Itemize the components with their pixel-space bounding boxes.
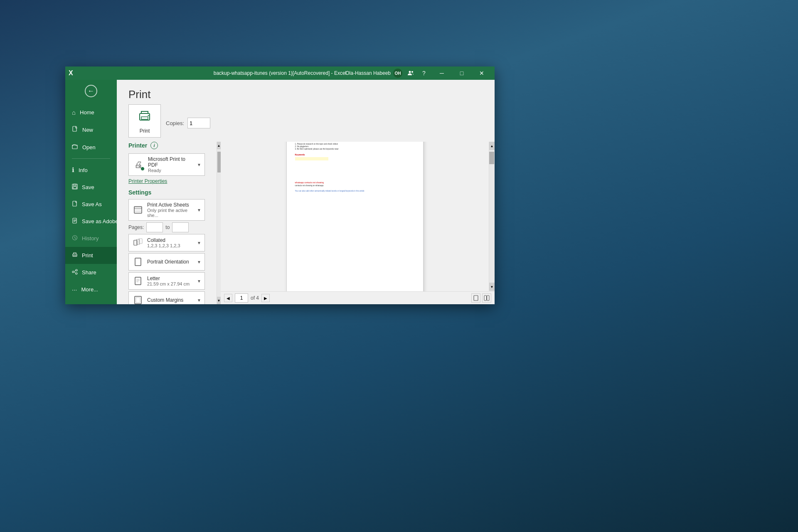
username-label: Ola-Hassan Habeeb [345,70,391,76]
paper-icon [132,275,144,287]
preview-scroll-thumb[interactable] [489,152,494,164]
save-icon [72,184,78,191]
more-icon: ··· [72,286,77,293]
scroll-track [217,149,221,297]
svg-point-17 [148,115,149,116]
paper-label: Letter [147,276,194,281]
scroll-down-btn[interactable]: ▼ [217,297,221,304]
collated-sub: 1,2,3 1,2,3 1,2,3 [147,243,194,248]
pages-label: Pages: [128,224,144,230]
sidebar-item-save-label: Save [82,184,94,190]
scroll-thumb[interactable] [217,152,221,172]
next-page-button[interactable]: ▶ [261,294,270,302]
printer-status: Ready [148,168,194,173]
pages-to-input[interactable] [172,222,189,232]
prev-page-button[interactable]: ◀ [224,294,232,302]
sidebar-item-new[interactable]: New [65,121,117,138]
single-page-view-button[interactable] [471,293,480,303]
page-preview: Requirements: 1. Please do research on t… [286,142,424,291]
pages-from-input[interactable] [146,222,163,232]
user-info: Ola-Hassan Habeeb OH [345,69,402,78]
orientation-setting[interactable]: Portrait Orientation ▼ [128,253,205,271]
sidebar-item-more-label: More... [81,286,98,293]
preview-scroll-down[interactable]: ▼ [489,283,495,291]
maximize-button[interactable]: □ [452,66,471,80]
collated-arrow: ▼ [197,241,201,245]
orientation-arrow: ▼ [197,260,201,264]
svg-rect-28 [487,296,490,300]
print-mode-icon [132,204,144,216]
paper-setting[interactable]: Letter 21.59 cm x 27.94 cm ▼ [128,272,205,290]
sidebar-item-new-label: New [82,127,93,133]
people-icon[interactable] [406,68,416,78]
info-icon: ℹ [72,166,74,174]
excel-window: X backup-whatsapp-itunes (version 1)[Aut… [65,66,495,304]
copies-input[interactable] [187,118,210,128]
window-title: backup-whatsapp-itunes (version 1)[AutoR… [214,70,347,76]
sidebar-item-open-label: Open [82,144,96,150]
scroll-up-btn[interactable]: ▲ [217,142,221,149]
paper-sub: 21.59 cm x 27.94 cm [147,281,194,286]
close-button[interactable]: ✕ [472,66,491,80]
margins-icon [132,294,144,304]
svg-rect-23 [135,277,141,285]
print-mode-arrow: ▼ [197,208,201,212]
sidebar-item-home[interactable]: ⌂ Home [65,104,117,121]
print-btn-label: Print [140,128,150,134]
sidebar-item-history[interactable]: History [65,230,117,247]
svg-rect-2 [73,126,76,131]
paper-arrow: ▼ [197,279,201,283]
sidebar-item-save[interactable]: Save [65,179,117,196]
sidebar-item-print[interactable]: Print [65,247,117,264]
copies-label: Copies: [166,120,184,126]
svg-point-12 [76,269,77,271]
print-mode-label: Print Active Sheets [147,202,194,208]
sidebar-item-open[interactable]: Open [65,138,117,156]
printer-info-icon[interactable]: i [150,142,158,149]
preview-container: Requirements: 1. Please do research on t… [280,142,436,291]
titlebar-right: Ola-Hassan Habeeb OH ? ─ □ ✕ [345,66,491,80]
svg-rect-27 [484,296,487,300]
print-mode-setting[interactable]: Print Active Sheets Only print the activ… [128,199,205,221]
printer-properties-link[interactable]: Printer Properties [128,178,205,184]
printer-icon-wrap: 🖨 [132,158,145,171]
svg-rect-26 [474,296,478,300]
page-number-input[interactable] [235,293,248,303]
sidebar-item-share[interactable]: Share [65,264,117,281]
sidebar-item-saveas[interactable]: Save As [65,196,117,213]
preview-scroll-track [489,150,495,283]
collated-text: Collated 1,2,3 1,2,3 1,2,3 [147,237,194,248]
excel-icon: X [69,69,73,77]
print-header: Print Print Copies: [117,80,495,142]
print-title: Print [128,88,210,101]
printer-info: Microsoft Print to PDF Ready [148,156,194,173]
page-nav: ◀ of 4 ▶ [224,293,270,303]
printer-dropdown-arrow: ▼ [197,163,201,167]
back-button[interactable]: ← [65,80,117,102]
sidebar-item-adobe[interactable]: Save as Adobe PDF [65,213,117,230]
saveas-icon [72,201,78,208]
margins-setting[interactable]: Custom Margins ▼ [128,291,205,304]
settings-scrollbar[interactable]: ▲ ▼ [217,142,221,304]
paper-text: Letter 21.59 cm x 27.94 cm [147,276,194,286]
pages-range-row: Pages: to [128,222,205,232]
new-icon [72,126,78,133]
print-execute-button[interactable]: Print [128,104,161,138]
main-content: ← ⌂ Home New Open [65,80,495,304]
help-button[interactable]: ? [419,68,429,78]
preview-vscrollbar[interactable]: ▲ ▼ [489,142,495,291]
svg-point-1 [411,71,413,73]
sidebar-item-saveas-label: Save As [82,201,102,207]
print-icon [72,252,78,259]
multi-page-view-button[interactable] [482,293,491,303]
preview-scroll-up[interactable]: ▲ [489,142,495,150]
minimize-button[interactable]: ─ [432,66,451,80]
doc-keywords-box [295,157,328,160]
sidebar-item-info[interactable]: ℹ Info [65,161,117,179]
sidebar-item-more[interactable]: ··· More... [65,281,117,298]
collated-label: Collated [147,237,194,243]
pages-to-label: to [165,224,170,230]
collated-setting[interactable]: Collated 1,2,3 1,2,3 1,2,3 ▼ [128,234,205,251]
sidebar-divider-1 [72,158,110,159]
printer-select-dropdown[interactable]: 🖨 Microsoft Print to PDF Ready ▼ [128,153,205,176]
